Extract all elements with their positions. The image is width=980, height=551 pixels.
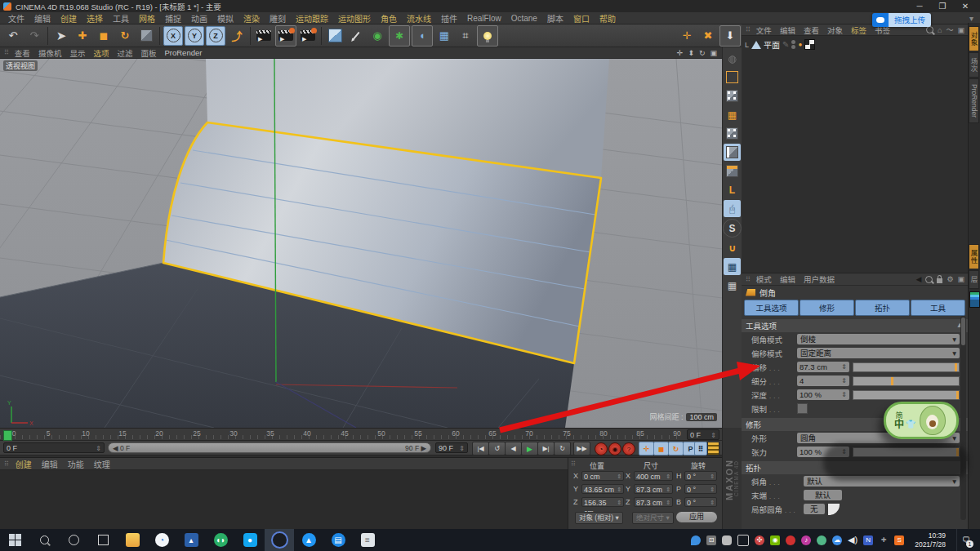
- previous-frame-button[interactable]: ◀: [505, 442, 522, 455]
- menu-pipeline[interactable]: 流水线: [402, 12, 436, 24]
- music-app-icon[interactable]: ♪: [801, 535, 811, 545]
- am-menu-mode[interactable]: 模式: [752, 273, 776, 285]
- timeline-playhead[interactable]: [3, 430, 12, 441]
- mat-menu-create[interactable]: 创建: [11, 458, 37, 470]
- screenshot-tool-icon[interactable]: ⊡: [706, 535, 716, 545]
- visibility-toggle-icons[interactable]: [791, 39, 795, 50]
- points-mode-button[interactable]: [724, 125, 741, 142]
- menu-plugins[interactable]: 插件: [436, 12, 462, 24]
- rotation-b-field[interactable]: 0 °: [684, 497, 717, 507]
- vp-menu-prorender[interactable]: ProRender: [160, 48, 206, 57]
- offset-value-field[interactable]: 87.3 cm: [797, 362, 849, 372]
- subdivision-surface-button[interactable]: ◉: [368, 26, 387, 46]
- limit-checkbox[interactable]: [797, 403, 808, 414]
- enable-axis-button[interactable]: L: [724, 181, 741, 198]
- add-primitive-cube-button[interactable]: [325, 26, 345, 46]
- menu-simulate[interactable]: 模拟: [212, 12, 238, 24]
- qq-app-button[interactable]: ●: [235, 529, 265, 551]
- cortana-button[interactable]: [59, 529, 88, 551]
- remote-display-icon[interactable]: [737, 535, 749, 546]
- ime-status-widget[interactable]: 简 中 👕: [884, 402, 959, 439]
- am-panel-icon[interactable]: ▣: [957, 275, 964, 283]
- wechat-button[interactable]: ◖◗: [206, 529, 235, 551]
- depth-value-field[interactable]: 100 %: [797, 389, 849, 400]
- tab-layers-vertical[interactable]: 层: [969, 270, 979, 289]
- polygons-mode-button[interactable]: [724, 162, 741, 180]
- media-app-button[interactable]: ▴: [176, 529, 206, 551]
- sogou-input-icon[interactable]: S: [894, 535, 904, 545]
- panel-grip-icon[interactable]: ⠿: [571, 460, 576, 468]
- subdivision-slider[interactable]: [853, 376, 960, 386]
- panel-grip-icon[interactable]: ⠿: [4, 460, 9, 468]
- network-app-icon[interactable]: N: [863, 535, 873, 545]
- perspective-viewport[interactable]: Y X: [0, 59, 722, 428]
- frame-range-slider[interactable]: ◀ 0 F 90 F ▶: [108, 442, 431, 453]
- move-tool[interactable]: ✚: [73, 26, 92, 46]
- file-explorer-button[interactable]: [118, 529, 147, 551]
- tab-topology[interactable]: 拓扑: [855, 300, 910, 316]
- size-z-field[interactable]: 87.3 cm: [634, 497, 673, 507]
- viewport-pan-icon[interactable]: ✛: [677, 49, 684, 57]
- position-x-field[interactable]: 0 cm: [581, 471, 624, 481]
- mat-menu-texture[interactable]: 纹理: [89, 458, 115, 470]
- am-search-icon[interactable]: [925, 276, 933, 283]
- next-frame-button[interactable]: ▶|: [537, 442, 555, 455]
- next-key-button[interactable]: ↻: [554, 442, 571, 455]
- menu-mograph[interactable]: 运动图形: [333, 12, 376, 24]
- om-menu-edit[interactable]: 编辑: [776, 24, 800, 36]
- lock-x-axis-button[interactable]: X: [163, 26, 183, 46]
- snap-magnet-button[interactable]: ∪: [724, 239, 741, 256]
- am-menu-userdata[interactable]: 用户数据: [800, 273, 839, 285]
- spline-deformer-button[interactable]: ◖: [412, 25, 433, 47]
- tab-tool-options[interactable]: 工具选项: [744, 300, 799, 316]
- texture-mode-button[interactable]: [724, 87, 741, 104]
- vp-menu-cameras[interactable]: 摄像机: [34, 47, 66, 59]
- mat-menu-function[interactable]: 功能: [63, 458, 89, 470]
- notes-app-button[interactable]: ≡: [353, 529, 382, 551]
- render-to-picture-viewer-button[interactable]: [275, 25, 296, 47]
- vp-menu-display[interactable]: 显示: [65, 47, 89, 59]
- panel-grip-icon[interactable]: ⠿: [746, 26, 751, 33]
- menu-file[interactable]: 文件: [3, 12, 29, 24]
- palette-preview-icon[interactable]: [969, 291, 980, 308]
- apply-button[interactable]: 应用: [676, 512, 717, 522]
- viewport-toggle-icon[interactable]: ▣: [710, 49, 717, 57]
- am-lock-icon[interactable]: [937, 278, 942, 283]
- depth-slider[interactable]: [853, 390, 960, 400]
- size-x-field[interactable]: 400 cm: [634, 471, 673, 481]
- render-sphere-icon[interactable]: ◍: [724, 50, 741, 67]
- om-path-icon[interactable]: 〜: [946, 24, 953, 35]
- lock-y-axis-button[interactable]: Y: [185, 26, 204, 46]
- timeline-window-icon[interactable]: [707, 442, 719, 455]
- menu-animate[interactable]: 动画: [186, 12, 212, 24]
- restore-button[interactable]: ❐: [931, 2, 954, 11]
- rotation-p-field[interactable]: 0 °: [684, 484, 717, 494]
- taskbar-clock[interactable]: 10:39 2021/7/28: [915, 531, 946, 549]
- menu-window[interactable]: 窗口: [568, 12, 595, 24]
- previous-key-button[interactable]: ↺: [488, 442, 506, 455]
- layout-dropdown-icon[interactable]: ▾: [969, 14, 973, 23]
- snap-workplane-button[interactable]: ▦: [724, 277, 741, 294]
- om-menu-tags[interactable]: 标签: [847, 24, 871, 36]
- last-tool-cube[interactable]: [136, 26, 156, 46]
- object-manager-tree[interactable]: L 平面 ✎ ●: [742, 36, 968, 273]
- coord-mode-select[interactable]: 对象 (相对) ▾: [575, 512, 623, 524]
- cloud-sync-icon[interactable]: ☁: [832, 535, 842, 545]
- frame-end-field[interactable]: 90 F: [435, 442, 468, 453]
- scale-tool[interactable]: ◼: [94, 26, 114, 46]
- start-button[interactable]: [0, 529, 29, 551]
- tab-takes-vertical[interactable]: 场次: [969, 52, 979, 78]
- input-move-icon[interactable]: ✛: [879, 535, 889, 545]
- light-button[interactable]: [477, 25, 498, 47]
- audio-device-icon[interactable]: [722, 535, 732, 545]
- vp-menu-filter[interactable]: 过滤: [113, 47, 136, 59]
- key-position-toggle[interactable]: ✛: [639, 442, 654, 455]
- menu-script[interactable]: 脚本: [542, 12, 568, 24]
- rotate-tool[interactable]: ↻: [115, 26, 135, 46]
- tab-prorender-vertical[interactable]: ProRender: [969, 78, 979, 123]
- generators-button[interactable]: ✱: [389, 25, 410, 47]
- keyframe-selection-button[interactable]: ?: [622, 442, 635, 455]
- render-settings-button[interactable]: [298, 26, 318, 46]
- vp-menu-view[interactable]: 查看: [11, 47, 34, 59]
- attributes-scrollbar[interactable]: [960, 316, 966, 520]
